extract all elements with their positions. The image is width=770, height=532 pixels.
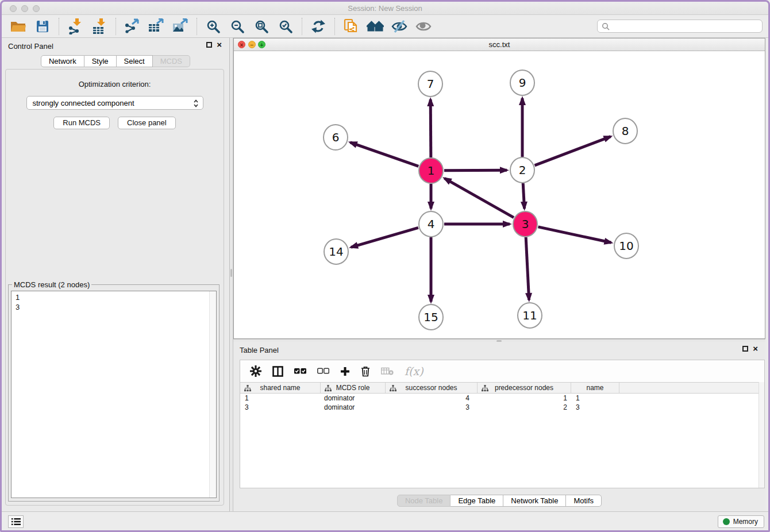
zoom-out-icon[interactable]: [228, 17, 247, 36]
float-panel-icon[interactable]: [742, 346, 748, 352]
toolbar-separator: [59, 18, 59, 35]
graph-node-8[interactable]: 8: [613, 118, 637, 144]
memory-button[interactable]: Memory: [718, 515, 764, 528]
graph-node-2[interactable]: 2: [510, 157, 534, 183]
column-header-name[interactable]: name: [571, 383, 619, 393]
close-panel-icon[interactable]: ×: [753, 346, 758, 352]
column-header-shared-name[interactable]: shared name: [240, 383, 321, 393]
close-panel-button[interactable]: Close panel: [118, 117, 176, 129]
open-session-icon[interactable]: [9, 17, 28, 36]
unselect-all-columns-icon[interactable]: [317, 368, 329, 375]
zoom-fit-icon[interactable]: [252, 17, 271, 36]
result-scrollbar[interactable]: [209, 291, 216, 498]
add-column-icon[interactable]: [340, 367, 350, 376]
tab-mcds[interactable]: MCDS: [153, 55, 190, 67]
node-label: 3: [522, 217, 529, 231]
cell-successor-nodes: 4: [386, 394, 478, 403]
tab-network-table[interactable]: Network Table: [503, 495, 566, 507]
optimization-criterion-label: Optimization criterion:: [6, 80, 224, 88]
column-type-icon: [244, 385, 251, 394]
graph-node-7[interactable]: 7: [418, 71, 442, 97]
window-close-button[interactable]: [10, 5, 17, 12]
list-icon: [11, 518, 21, 526]
optimization-criterion-select[interactable]: strongly connected component: [26, 96, 203, 110]
edge-4-14[interactable]: [351, 228, 418, 247]
table-scrollbar[interactable]: [759, 382, 764, 488]
tab-network[interactable]: Network: [41, 55, 84, 67]
toolbar-separator: [302, 18, 302, 35]
tab-edge-table[interactable]: Edge Table: [451, 495, 503, 507]
node-label: 9: [519, 76, 526, 90]
graph-node-11[interactable]: 11: [518, 303, 542, 328]
network-maximize-button[interactable]: +: [258, 41, 265, 48]
cell-predecessor-nodes: 2: [478, 403, 571, 412]
tab-node-table[interactable]: Node Table: [397, 495, 451, 507]
splitter-grip[interactable]: [230, 269, 232, 277]
window-minimize-button[interactable]: [21, 5, 28, 12]
mcds-result-text[interactable]: 1 3: [11, 291, 217, 498]
node-label: 14: [329, 245, 343, 259]
search-field[interactable]: [597, 20, 763, 33]
main-titlebar: Session: New Session: [2, 2, 768, 15]
edge-1-7[interactable]: [430, 99, 431, 157]
refresh-icon[interactable]: [309, 17, 328, 36]
graph-node-14[interactable]: 14: [324, 239, 348, 264]
duplicate-network-icon[interactable]: [342, 17, 360, 36]
column-type-icon: [325, 385, 332, 394]
houses-icon[interactable]: [366, 17, 384, 36]
run-mcds-button[interactable]: Run MCDS: [53, 117, 110, 129]
export-image-icon[interactable]: [171, 17, 190, 36]
select-all-columns-icon[interactable]: [294, 368, 306, 375]
graph-node-15[interactable]: 15: [419, 304, 443, 330]
tab-select[interactable]: Select: [117, 55, 153, 67]
import-network-icon[interactable]: [66, 17, 84, 36]
graph-node-3[interactable]: 3: [513, 211, 537, 237]
graph-node-1[interactable]: 1: [419, 158, 443, 183]
edge-2-3[interactable]: [523, 183, 524, 209]
graph-node-4[interactable]: 4: [419, 211, 443, 237]
save-session-icon[interactable]: [33, 17, 52, 36]
search-input[interactable]: [613, 22, 762, 30]
edge-3-11[interactable]: [526, 237, 529, 300]
delete-column-icon[interactable]: [361, 366, 370, 377]
export-network-icon[interactable]: [123, 17, 141, 36]
tab-style[interactable]: Style: [84, 55, 117, 67]
show-columns-icon[interactable]: [272, 366, 283, 377]
hide-graphics-details-icon[interactable]: [390, 17, 409, 36]
import-table-icon[interactable]: [90, 17, 109, 36]
table-settings-gear-icon[interactable]: [250, 365, 261, 377]
task-history-button[interactable]: [8, 515, 24, 528]
column-header-mcds-role[interactable]: MCDS role: [321, 383, 386, 393]
column-header-successor-nodes[interactable]: successor nodes: [386, 383, 478, 393]
window-zoom-button[interactable]: [33, 5, 40, 12]
memory-status-icon: [723, 518, 730, 525]
node-label: 4: [428, 217, 435, 231]
table-row[interactable]: 3 dominator 3 2 3: [240, 403, 764, 412]
tab-motifs[interactable]: Motifs: [566, 495, 602, 507]
edge-2-8[interactable]: [535, 137, 611, 165]
zoom-in-icon[interactable]: [204, 17, 222, 36]
edge-1-6[interactable]: [350, 142, 418, 167]
graph-node-9[interactable]: 9: [510, 70, 534, 95]
network-close-button[interactable]: ×: [238, 41, 245, 48]
column-header-predecessor-nodes[interactable]: predecessor nodes: [478, 383, 571, 393]
edge-1-2[interactable]: [444, 170, 507, 171]
network-graph[interactable]: 7968124314101511: [234, 51, 765, 338]
graph-node-6[interactable]: 6: [324, 125, 348, 150]
show-graphics-details-icon[interactable]: [414, 17, 433, 36]
edge-3-10[interactable]: [538, 227, 611, 242]
table-row[interactable]: 1 dominator 4 1 1: [240, 394, 764, 403]
float-panel-icon[interactable]: [206, 42, 212, 48]
export-table-icon[interactable]: [147, 17, 165, 36]
edge-3-1[interactable]: [444, 178, 514, 217]
network-window-titlebar[interactable]: × − + scc.txt: [234, 38, 765, 51]
zoom-selected-icon[interactable]: [276, 17, 295, 36]
network-minimize-button[interactable]: −: [248, 41, 256, 48]
close-panel-icon[interactable]: ×: [217, 42, 222, 48]
mcds-panel: Optimization criterion: strongly connect…: [5, 69, 224, 506]
control-panel-tabs: Network Style Select MCDS: [2, 55, 229, 67]
graph-node-10[interactable]: 10: [614, 233, 638, 259]
node-label: 7: [427, 77, 434, 91]
network-canvas[interactable]: 7968124314101511: [234, 51, 765, 338]
cell-shared-name: 3: [240, 403, 321, 412]
